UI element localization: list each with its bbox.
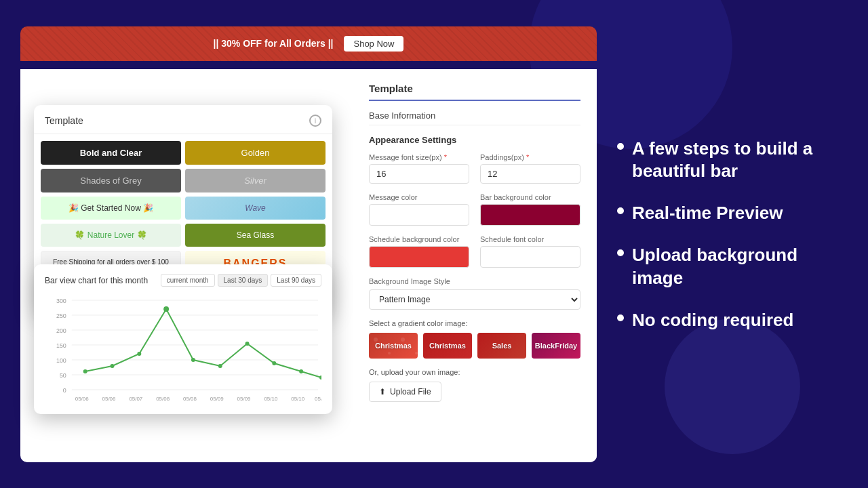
font-size-input[interactable]	[369, 164, 469, 184]
announcement-text: || 30% OFF for All Orders ||	[214, 38, 334, 49]
template-silver[interactable]: Silver	[185, 169, 326, 192]
svg-text:05/06: 05/06	[102, 396, 116, 402]
schedule-bg-label: Schedule background color	[369, 235, 469, 243]
chart-last-30[interactable]: Last 30 days	[218, 274, 269, 287]
svg-point-21	[272, 361, 276, 365]
schedule-bg-group: Schedule background color	[369, 235, 469, 268]
bullet-3	[617, 249, 624, 256]
appearance-title: Appearance Settings	[369, 135, 580, 145]
bg-image-style-select[interactable]: Pattern Image None Gradient Image Custom…	[369, 289, 580, 310]
features-panel: A few steps to build a beautiful bar Rea…	[617, 138, 848, 351]
gradient-christmas2[interactable]: Christmas	[423, 333, 472, 359]
feature-text-3: Upload background image	[632, 244, 848, 290]
template-nature[interactable]: 🍀 Nature Lover 🍀	[41, 224, 181, 247]
template-olive[interactable]: Sea Glass	[185, 224, 326, 247]
base-info-title: Base Information	[369, 110, 580, 125]
feature-1: A few steps to build a beautiful bar	[617, 138, 848, 184]
schedule-font-swatch[interactable]	[480, 246, 580, 268]
upload-icon: ⬆	[379, 387, 386, 396]
upload-title: Or, upload your own image:	[369, 368, 580, 376]
svg-text:200: 200	[56, 327, 66, 334]
chart-last-90[interactable]: Last 90 days	[271, 274, 321, 287]
padding-label: Paddings(px) *	[480, 153, 580, 161]
color-row-1: Message color Bar background color	[369, 193, 580, 226]
font-size-label: Message font size(px) *	[369, 153, 469, 161]
chart-card: Bar view chart for this month current mo…	[34, 264, 332, 414]
svg-text:300: 300	[56, 298, 66, 304]
svg-point-19	[218, 364, 222, 368]
info-icon[interactable]: i	[309, 115, 321, 127]
bullet-1	[617, 143, 624, 150]
feature-text-1: A few steps to build a beautiful bar	[632, 138, 848, 184]
font-size-group: Message font size(px) *	[369, 153, 469, 184]
gradient-title: Select a gradient color image:	[369, 319, 580, 327]
chart-title: Bar view chart for this month	[45, 276, 148, 285]
font-padding-row: Message font size(px) * Paddings(px) *	[369, 153, 580, 184]
schedule-font-group: Schedule font color	[480, 235, 580, 268]
bar-bg-color-swatch[interactable]	[480, 204, 580, 226]
svg-text:100: 100	[56, 357, 66, 364]
schedule-font-label: Schedule font color	[480, 235, 580, 243]
feature-text-2: Real-time Preview	[632, 202, 783, 225]
message-color-group: Message color	[369, 193, 469, 226]
announcement-bar: || 30% OFF for All Orders || Shop Now	[20, 26, 597, 61]
schedule-bg-swatch[interactable]	[369, 246, 469, 268]
svg-text:05/07: 05/07	[129, 396, 142, 402]
message-color-label: Message color	[369, 193, 469, 201]
message-color-swatch[interactable]	[369, 204, 469, 226]
svg-point-20	[245, 342, 250, 346]
upload-file-button[interactable]: ⬆ Upload File	[369, 382, 441, 402]
chart-svg: 300 250 200 150 100 50 0 05/06 05/06 05/…	[45, 293, 321, 402]
bullet-4	[617, 314, 624, 321]
bg-image-style-label: Background Image Style	[369, 277, 580, 285]
svg-point-22	[299, 369, 303, 373]
chart-buttons: current month Last 30 days Last 90 days	[161, 274, 321, 287]
gradient-swatches: Christmas Christmas Sales BlackFriday	[369, 333, 580, 359]
shop-now-button[interactable]: Shop Now	[344, 36, 403, 52]
feature-2: Real-time Preview	[617, 202, 848, 225]
svg-text:250: 250	[56, 312, 66, 319]
feature-4: No coding required	[617, 309, 848, 332]
template-grey[interactable]: Shades of Grey	[41, 169, 181, 192]
template-wave[interactable]: Wave	[185, 197, 326, 220]
template-bold[interactable]: Bold and Clear	[41, 141, 181, 165]
svg-text:05/10: 05/10	[264, 396, 277, 402]
padding-group: Paddings(px) *	[480, 153, 580, 184]
template-card-header: Template i	[34, 105, 332, 134]
svg-text:50: 50	[60, 372, 66, 379]
svg-text:05/09: 05/09	[210, 396, 224, 402]
feature-3: Upload background image	[617, 244, 848, 290]
svg-text:150: 150	[56, 342, 66, 349]
template-card-title: Template	[45, 115, 83, 126]
svg-point-16	[137, 352, 141, 356]
feature-text-4: No coding required	[632, 309, 793, 332]
svg-point-14	[83, 369, 87, 373]
template-started[interactable]: 🎉 Get Started Now 🎉	[41, 197, 181, 220]
svg-text:05/11: 05/11	[315, 396, 321, 402]
settings-title: Template	[369, 83, 580, 101]
gradient-sales[interactable]: Sales	[477, 333, 526, 359]
svg-text:05/08: 05/08	[183, 396, 197, 402]
settings-panel: Template Base Information Appearance Set…	[353, 69, 597, 462]
svg-text:05/09: 05/09	[237, 396, 251, 402]
svg-point-18	[191, 358, 195, 362]
svg-text:05/10: 05/10	[291, 396, 304, 402]
chart-header: Bar view chart for this month current mo…	[45, 274, 321, 287]
bar-bg-color-group: Bar background color	[480, 193, 580, 226]
template-golden[interactable]: Golden	[185, 141, 326, 165]
svg-point-23	[319, 375, 321, 380]
svg-text:05/08: 05/08	[156, 396, 170, 402]
gradient-christmas1[interactable]: Christmas	[369, 333, 418, 359]
svg-text:0: 0	[63, 387, 66, 394]
padding-input[interactable]	[480, 164, 580, 184]
color-row-2: Schedule background color Schedule font …	[369, 235, 580, 268]
svg-point-17	[163, 306, 169, 312]
svg-text:05/06: 05/06	[75, 396, 89, 402]
gradient-blackfriday[interactable]: BlackFriday	[532, 333, 580, 359]
svg-point-15	[111, 364, 115, 368]
bullet-2	[617, 207, 624, 214]
bar-bg-color-label: Bar background color	[480, 193, 580, 201]
chart-current-month[interactable]: current month	[161, 274, 215, 287]
